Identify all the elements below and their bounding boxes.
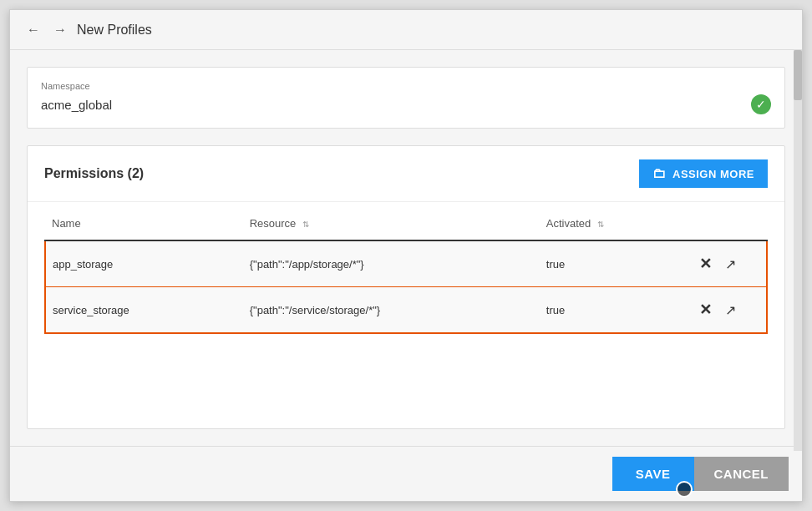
dialog: ← → New Profiles Namespace acme_global ✓…	[9, 9, 803, 502]
cancel-button[interactable]: CANCEL	[694, 457, 789, 491]
table-row: app_storage {"path":"/app/storage/*"} tr…	[45, 240, 767, 287]
permissions-header: Permissions (2) 🗀 ASSIGN MORE	[28, 146, 784, 202]
delete-button-row2[interactable]: ✕	[696, 297, 715, 322]
external-link-button-row2[interactable]: ↗	[722, 299, 739, 321]
namespace-label: Namespace	[41, 81, 771, 91]
dialog-header: ← → New Profiles	[10, 10, 802, 50]
table-body: app_storage {"path":"/app/storage/*"} tr…	[45, 240, 767, 333]
namespace-card: Namespace acme_global ✓	[27, 67, 785, 129]
back-arrow-button[interactable]: ←	[23, 21, 43, 39]
row-name-cell: app_storage	[45, 240, 243, 287]
delete-button-row1[interactable]: ✕	[696, 251, 715, 276]
forward-arrow-button[interactable]: →	[50, 21, 70, 39]
row-actions-cell: ✕ ↗	[688, 287, 767, 334]
row-resource-cell: {"path":"/app/storage/*"}	[243, 240, 540, 287]
row-activated-cell: true	[540, 240, 688, 287]
assign-more-label: ASSIGN MORE	[672, 168, 754, 180]
scrollbar-track[interactable]	[794, 50, 802, 451]
assign-more-button[interactable]: 🗀 ASSIGN MORE	[639, 159, 768, 188]
permissions-card: Permissions (2) 🗀 ASSIGN MORE Name R	[27, 145, 785, 429]
col-header-activated: Activated ⇅	[540, 210, 688, 240]
row-actions-cell: ✕ ↗	[688, 240, 767, 287]
table-header: Name Resource ⇅ Activated ⇅	[45, 210, 767, 240]
page-title: New Profiles	[77, 23, 152, 38]
table-container: Name Resource ⇅ Activated ⇅	[28, 202, 784, 351]
col-header-name: Name	[45, 210, 243, 240]
namespace-value: acme_global	[41, 98, 112, 112]
row-name-cell: service_storage	[45, 287, 243, 334]
col-header-actions	[688, 210, 767, 240]
namespace-row: acme_global ✓	[41, 94, 771, 114]
table-row: service_storage {"path":"/service/storag…	[45, 287, 767, 334]
permissions-title: Permissions (2)	[44, 166, 144, 181]
cursor-indicator	[676, 481, 693, 498]
dialog-body: Namespace acme_global ✓ Permissions (2) …	[10, 50, 802, 446]
row-activated-cell: true	[540, 287, 688, 334]
row-resource-cell: {"path":"/service/storage/*"}	[243, 287, 540, 334]
dialog-footer: SAVE CANCEL	[10, 446, 802, 501]
permissions-table: Name Resource ⇅ Activated ⇅	[44, 210, 768, 334]
resource-sort-icon: ⇅	[302, 220, 309, 229]
external-link-button-row1[interactable]: ↗	[722, 253, 739, 276]
activated-sort-icon: ⇅	[597, 220, 604, 229]
scrollbar-thumb[interactable]	[794, 50, 802, 100]
folder-icon: 🗀	[652, 166, 667, 181]
namespace-valid-icon: ✓	[751, 94, 771, 114]
col-header-resource: Resource ⇅	[243, 210, 540, 240]
save-button[interactable]: SAVE	[612, 457, 694, 491]
